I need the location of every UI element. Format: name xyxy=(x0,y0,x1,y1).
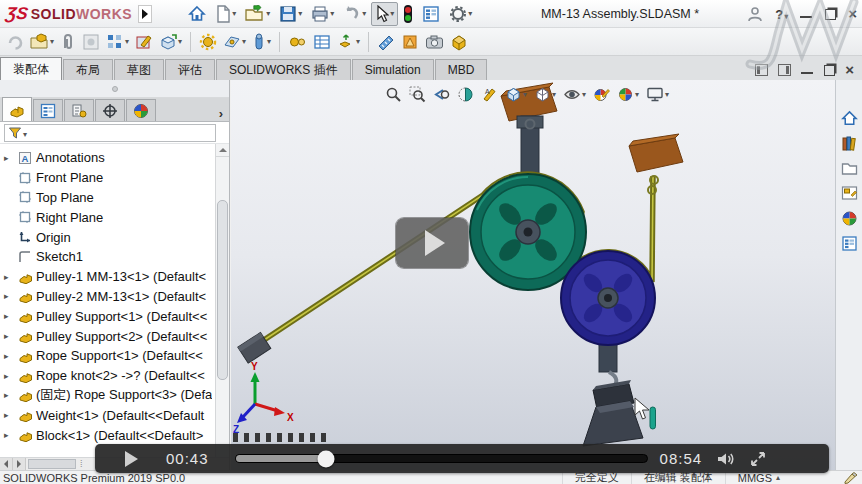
view-settings-icon[interactable] xyxy=(644,83,671,105)
tree-item-pulley-1[interactable]: Pulley-1 MM-13<1> (Default< xyxy=(0,267,212,287)
linear-component-pattern-icon[interactable] xyxy=(104,30,131,54)
tab-feature-manager-design-tree[interactable] xyxy=(2,97,32,121)
tree-item-weight-1[interactable]: Weight<1> (Default<<Default xyxy=(0,405,212,425)
tree-item-block-1[interactable]: Block<1> (Default<<Default> xyxy=(0,425,212,445)
minimize-button[interactable] xyxy=(800,8,812,20)
scroll-left-arrow-icon[interactable] xyxy=(0,458,13,470)
tab-sketch[interactable]: 草图 xyxy=(114,59,164,80)
close-button[interactable]: × xyxy=(848,8,857,20)
smart-fasteners-icon[interactable] xyxy=(133,30,155,54)
section-view-icon[interactable] xyxy=(455,83,476,105)
performance-monitor-icon[interactable] xyxy=(399,2,417,26)
hscrollbar-thumb[interactable] xyxy=(28,459,76,469)
edit-component-icon[interactable] xyxy=(4,30,26,54)
view-orientation-icon[interactable] xyxy=(503,83,529,105)
collapse-left-icon[interactable] xyxy=(755,64,768,76)
doc-minimize-button[interactable] xyxy=(801,64,813,76)
scrollbar-thumb[interactable] xyxy=(217,200,228,380)
player-seek-knob[interactable] xyxy=(317,450,334,467)
tree-item-front-plane[interactable]: Front Plane xyxy=(0,168,212,188)
tag-pencil-icon[interactable] xyxy=(844,472,858,484)
hinge-alignment-icon[interactable] xyxy=(250,30,273,54)
restore-button[interactable] xyxy=(824,8,836,20)
take-snapshot-icon[interactable] xyxy=(423,30,446,54)
player-seek-bar[interactable] xyxy=(235,454,648,463)
tab-evaluate[interactable]: 评估 xyxy=(165,59,215,80)
apply-scene-icon[interactable] xyxy=(615,83,641,105)
print-icon[interactable] xyxy=(307,2,338,26)
hide-show-items-icon[interactable] xyxy=(561,83,588,105)
design-library-icon[interactable] xyxy=(838,133,860,153)
video-play-overlay-button[interactable] xyxy=(396,218,468,268)
custom-properties-icon[interactable] xyxy=(838,233,860,253)
tab-layout[interactable]: 布局 xyxy=(63,59,113,80)
tree-item-rope-support-1[interactable]: Rope Support<1> (Default<< xyxy=(0,346,212,366)
exploded-view-icon[interactable] xyxy=(335,30,362,54)
bill-of-materials-icon[interactable] xyxy=(311,30,333,54)
tree-item-pulley-support-1[interactable]: Pulley Support<1> (Default<< xyxy=(0,306,212,326)
tab-configuration-manager[interactable] xyxy=(64,99,94,121)
collapse-right-icon[interactable] xyxy=(778,64,791,76)
panel-splitter[interactable] xyxy=(0,80,229,98)
doc-restore-button[interactable] xyxy=(823,64,835,76)
select-cursor-icon[interactable] xyxy=(371,2,398,26)
assembly-visualization-icon[interactable] xyxy=(399,30,421,54)
doc-close-button[interactable]: × xyxy=(845,64,854,76)
insert-components-icon[interactable] xyxy=(28,30,56,54)
move-with-triad-icon[interactable] xyxy=(80,30,102,54)
tab-assembly[interactable]: 装配体 xyxy=(0,57,62,80)
graphics-viewport[interactable]: A xyxy=(231,80,835,470)
menu-expander-arrow-icon[interactable] xyxy=(138,5,152,23)
player-volume-icon[interactable] xyxy=(716,451,736,467)
tree-item-sketch1[interactable]: Sketch1 xyxy=(0,247,212,267)
previous-view-icon[interactable] xyxy=(431,83,452,105)
player-play-button[interactable] xyxy=(125,451,138,467)
edit-appearance-icon[interactable] xyxy=(591,83,612,105)
home-icon[interactable] xyxy=(184,2,210,26)
panel-tabs-overflow-chevron-icon[interactable] xyxy=(219,106,223,121)
tree-item-origin[interactable]: Origin xyxy=(0,227,212,247)
tab-property-manager[interactable] xyxy=(33,99,63,121)
zoom-to-fit-icon[interactable] xyxy=(383,83,404,105)
help-button[interactable]: ? xyxy=(775,7,788,22)
save-icon[interactable] xyxy=(275,2,306,26)
undo-icon[interactable] xyxy=(339,2,370,26)
move-component-icon[interactable] xyxy=(157,30,184,54)
tab-dimxpert-manager[interactable] xyxy=(95,99,125,121)
mate-icon[interactable] xyxy=(58,30,78,54)
scroll-up-arrow-icon[interactable] xyxy=(216,144,229,157)
tree-item-pulley-2[interactable]: Pulley-2 MM-13<1> (Default< xyxy=(0,287,212,307)
viewport-3d-scene[interactable]: Y X Z xyxy=(231,80,835,470)
tree-filter-input[interactable] xyxy=(4,124,216,142)
tab-display-manager[interactable] xyxy=(126,99,156,121)
tree-item-right-plane[interactable]: Right Plane xyxy=(0,207,212,227)
tab-simulation[interactable]: Simulation xyxy=(352,59,434,80)
file-explorer-icon[interactable] xyxy=(838,158,860,178)
taskpane-home-icon[interactable] xyxy=(838,108,860,128)
tree-item-annotations[interactable]: AAnnotations xyxy=(0,148,212,168)
scroll-right-arrow-icon[interactable] xyxy=(13,458,26,470)
display-style-icon[interactable] xyxy=(532,83,558,105)
expand-arrow-icon[interactable] xyxy=(4,153,16,163)
user-account-icon[interactable] xyxy=(747,6,763,22)
tree-vertical-scrollbar[interactable] xyxy=(215,144,229,457)
interference-detection-icon[interactable] xyxy=(375,30,397,54)
new-document-icon[interactable] xyxy=(211,2,240,26)
tree-item-rope-knot-2[interactable]: Rope knot<2> ->? (Default<< xyxy=(0,366,212,386)
assembly-features-icon[interactable] xyxy=(197,30,219,54)
dynamic-annotation-views-icon[interactable]: A xyxy=(479,83,500,105)
units-selector[interactable]: MMGS xyxy=(725,472,792,484)
appearances-icon[interactable] xyxy=(838,208,860,228)
player-fullscreen-icon[interactable] xyxy=(750,451,766,467)
tree-item-top-plane[interactable]: Top Plane xyxy=(0,188,212,208)
tree-item-fixed-rope-support-3[interactable]: (固定) Rope Support<3> (Defa xyxy=(0,386,212,406)
tab-solidworks-addins[interactable]: SOLIDWORKS 插件 xyxy=(216,59,351,80)
reference-geometry-icon[interactable] xyxy=(221,30,248,54)
view-palette-icon[interactable] xyxy=(838,183,860,203)
tree-item-pulley-support-2[interactable]: Pulley Support<2> (Default<< xyxy=(0,326,212,346)
tab-mbd[interactable]: MBD xyxy=(435,59,488,80)
open-document-icon[interactable] xyxy=(241,2,274,26)
large-design-review-icon[interactable] xyxy=(448,30,470,54)
command-manager-icon[interactable] xyxy=(418,2,444,26)
options-gear-icon[interactable] xyxy=(445,2,476,26)
